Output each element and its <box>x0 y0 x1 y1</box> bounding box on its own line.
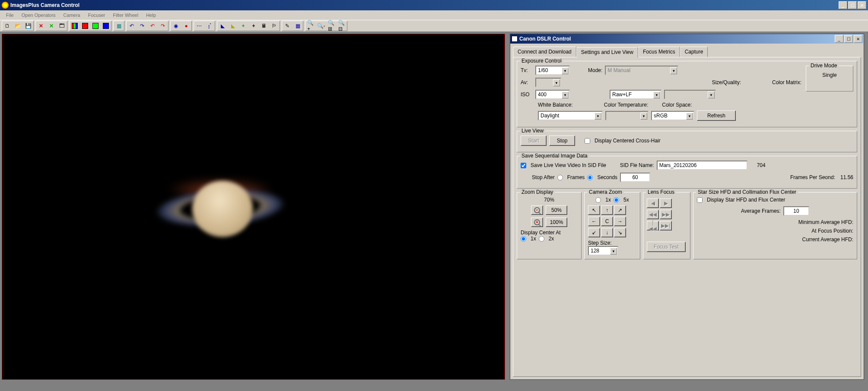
menu-help[interactable]: Help <box>143 12 159 19</box>
close-button[interactable]: ✕ <box>858 1 866 9</box>
tb-window[interactable]: 🗔 <box>57 21 67 31</box>
tab-connect[interactable]: Connect and Download <box>513 47 576 57</box>
nav-nw-button[interactable]: ↖ <box>588 205 600 215</box>
tab-focus-metrics[interactable]: Focus Metrics <box>638 47 680 57</box>
maximize-button[interactable]: ☐ <box>848 1 857 9</box>
nav-ne-button[interactable]: ↗ <box>614 205 626 215</box>
color-temp-select[interactable] <box>605 111 649 120</box>
nav-center-button[interactable]: C <box>601 217 613 226</box>
tb-delete[interactable]: ✕ <box>36 21 46 31</box>
dialog-maximize-button[interactable]: ☐ <box>844 35 853 43</box>
stepsize-select[interactable] <box>588 246 618 255</box>
tv-select[interactable] <box>535 66 570 75</box>
nav-s-button[interactable]: ↓ <box>601 228 613 237</box>
tab-capture[interactable]: Capture <box>680 47 708 57</box>
camzoom-5x-radio[interactable] <box>614 197 619 203</box>
nav-n-button[interactable]: ↑ <box>601 205 613 215</box>
drive-mode-value: Single <box>810 70 849 78</box>
zoom-100-button[interactable]: 100% <box>546 218 567 227</box>
focus-r3-button[interactable]: ▶▶| <box>660 221 672 230</box>
tb-gridblue[interactable]: ▦ <box>293 21 303 31</box>
tb-pencil[interactable]: ✎ <box>282 21 293 31</box>
crosshair-checkbox[interactable] <box>585 138 590 144</box>
liveview-start-button[interactable]: Start <box>521 136 547 146</box>
tb-calc[interactable]: 🖩 <box>259 21 269 31</box>
zoom-in-button[interactable]: + <box>531 218 543 227</box>
tb-redo-red[interactable]: ↷ <box>158 21 168 31</box>
tb-red[interactable] <box>80 21 90 31</box>
tb-flag[interactable]: 🏳 <box>269 21 280 31</box>
display-center-label: Display Center At <box>521 230 578 236</box>
wb-label: White Balance: <box>538 102 573 108</box>
tb-hist2[interactable]: ◣ <box>228 21 238 31</box>
tb-dots[interactable]: ⋯ <box>194 21 204 31</box>
tb-redo-blue[interactable]: ↷ <box>137 21 147 31</box>
display-hfd-checkbox[interactable] <box>697 197 703 203</box>
menu-open-operators[interactable]: Open Operators <box>18 12 59 19</box>
tb-zoom-fit[interactable]: 🔍⊞ <box>326 21 337 31</box>
dialog-minimize-button[interactable]: _ <box>835 35 843 43</box>
tb-save[interactable]: 💾 <box>23 21 33 31</box>
tb-dot1[interactable]: ◉ <box>171 21 181 31</box>
window-icon: 🗔 <box>58 22 65 29</box>
nav-se-button[interactable]: ↘ <box>614 228 626 237</box>
tb-cross-black[interactable]: + <box>248 21 259 31</box>
tb-green[interactable] <box>90 21 101 31</box>
tb-grid[interactable]: ▦ <box>114 21 124 31</box>
zoom-out-button[interactable]: − <box>531 205 543 215</box>
center-1x-radio[interactable] <box>521 236 526 242</box>
tb-undo-red[interactable]: ↶ <box>147 21 158 31</box>
focus-l1-button[interactable]: ◀ <box>647 199 659 208</box>
zoom-display-fieldset: Zoom Display 70% − 50% + 100% Display Ce… <box>517 192 582 259</box>
menu-focuser[interactable]: Focuser <box>85 12 109 19</box>
stop-value-input[interactable] <box>620 173 650 182</box>
focus-l3-button[interactable]: |◀◀ <box>647 221 659 230</box>
menu-filter-wheel[interactable]: Filter Wheel <box>109 12 142 19</box>
avgframes-input[interactable] <box>783 206 809 216</box>
tb-zoom-out[interactable]: 🔍- <box>316 21 326 31</box>
size-quality-select[interactable] <box>610 90 661 99</box>
display-hfd-label: Display Star HFD and Flux Center <box>707 197 785 203</box>
focus-r2-button[interactable]: ▶▶ <box>660 210 672 219</box>
tb-blue[interactable] <box>101 21 111 31</box>
nav-w-button[interactable]: ← <box>588 217 600 226</box>
image-preview[interactable] <box>2 34 505 380</box>
tb-zoom-in[interactable]: 🔍+ <box>305 21 316 31</box>
dialog-close-button[interactable]: ✕ <box>854 35 862 43</box>
tb-cancel[interactable]: ✕ <box>46 21 57 31</box>
save-sid-fieldset: Save Sequential Image Data Save Live Vie… <box>517 156 857 189</box>
tb-zoom-reset[interactable]: 🔍⊟ <box>337 21 347 31</box>
color-space-select[interactable] <box>651 111 694 120</box>
tab-settings-liveview[interactable]: Settings and Live View <box>576 47 638 58</box>
tb-cross-green[interactable]: + <box>238 21 248 31</box>
save-sid-checkbox[interactable] <box>521 163 526 168</box>
nav-sw-button[interactable]: ↙ <box>588 228 600 237</box>
center-2x-radio[interactable] <box>539 236 544 242</box>
sid-fname-input[interactable] <box>657 161 747 170</box>
white-balance-select[interactable] <box>538 111 603 120</box>
av-select[interactable] <box>535 78 561 87</box>
stop-frames-radio[interactable] <box>557 175 563 180</box>
menu-camera[interactable]: Camera <box>60 12 84 19</box>
tb-new[interactable]: 🗋 <box>2 21 13 31</box>
tb-dot2[interactable]: ● <box>181 21 191 31</box>
mode-select[interactable] <box>605 66 678 75</box>
focus-r1-button[interactable]: ▶ <box>660 199 672 208</box>
nav-e-button[interactable]: → <box>614 217 626 226</box>
tb-chart[interactable]: ⡎ <box>204 21 215 31</box>
focus-test-button[interactable]: Focus Test <box>647 242 686 252</box>
menu-file[interactable]: File <box>3 12 17 19</box>
minimize-button[interactable]: _ <box>839 1 847 9</box>
tb-rgb[interactable] <box>70 21 80 31</box>
iso-select[interactable] <box>535 90 570 99</box>
liveview-stop-button[interactable]: Stop <box>549 136 575 146</box>
camzoom-1x-radio[interactable] <box>595 197 601 203</box>
refresh-button[interactable]: Refresh <box>697 110 736 121</box>
tb-open[interactable]: 📂 <box>13 21 23 31</box>
focus-l2-button[interactable]: ◀◀ <box>647 210 659 219</box>
stop-seconds-radio[interactable] <box>587 175 593 180</box>
zoom-50-button[interactable]: 50% <box>546 205 567 215</box>
tb-undo-blue[interactable]: ↶ <box>127 21 137 31</box>
color-matrix-select[interactable] <box>664 90 716 99</box>
tb-hist1[interactable]: ◣ <box>217 21 228 31</box>
